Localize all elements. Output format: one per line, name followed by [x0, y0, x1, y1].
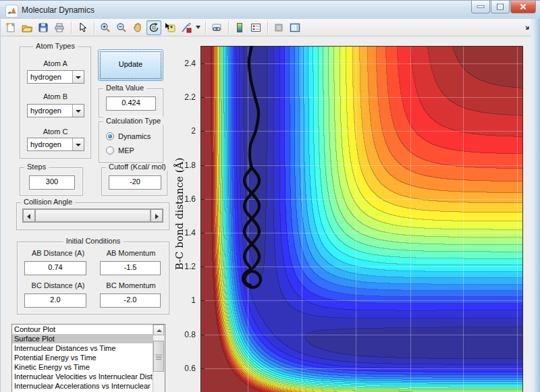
- delta-value-field[interactable]: 0.424: [106, 96, 156, 111]
- chevron-down-icon[interactable]: [72, 71, 84, 83]
- cutoff-panel: Cutoff (Kcal/ mol) -20: [101, 167, 167, 196]
- plot-type-items: Contour PlotSurface PlotInternuclear Dis…: [12, 325, 165, 391]
- molecular-dynamics-window: Molecular Dynamics: [0, 0, 540, 392]
- list-item[interactable]: Internuclear Velocities vs Internuclear …: [12, 372, 165, 381]
- show-plot-tools-icon[interactable]: [288, 20, 302, 35]
- y-tick-label: 2: [166, 126, 196, 136]
- y-tick-label: 1: [166, 296, 196, 305]
- new-figure-icon[interactable]: [3, 20, 18, 35]
- list-item[interactable]: Potential Energy vs Time: [12, 353, 165, 362]
- atom-c-dropdown[interactable]: hydrogen: [27, 138, 84, 151]
- atom-c-value: hydrogen: [30, 140, 61, 148]
- cutoff-field[interactable]: -20: [109, 175, 161, 190]
- atom-b-value: hydrogen: [30, 107, 61, 115]
- plot-type-listbox[interactable]: Contour PlotSurface PlotInternuclear Dis…: [11, 324, 165, 392]
- y-tick-label: 0.8: [166, 330, 196, 339]
- list-item[interactable]: Internuclear Accelerations vs Internucle…: [12, 381, 165, 391]
- zoom-out-icon[interactable]: [114, 20, 129, 35]
- toolbar-separator: [205, 22, 207, 34]
- window-title: Molecular Dynamics: [22, 5, 94, 15]
- brush-icon[interactable]: [179, 20, 194, 35]
- link-plot-icon[interactable]: [209, 20, 224, 35]
- atom-a-value: hydrogen: [30, 73, 61, 81]
- delta-value-panel: Delta Value 0.424: [99, 88, 163, 117]
- titlebar[interactable]: Molecular Dynamics: [0, 0, 540, 19]
- zoom-in-icon[interactable]: [98, 20, 113, 35]
- collision-angle-slider[interactable]: [22, 208, 163, 223]
- print-figure-icon[interactable]: [52, 20, 67, 35]
- pan-hand-icon[interactable]: [130, 20, 145, 35]
- save-figure-icon[interactable]: [36, 20, 51, 35]
- scroll-up-icon[interactable]: [153, 325, 164, 335]
- dynamics-radio-label: Dynamics: [118, 132, 151, 140]
- ab-distance-field[interactable]: 0.74: [24, 261, 86, 275]
- slider-left-arrow[interactable]: [23, 209, 35, 222]
- cutoff-title: Cutoff (Kcal/ mol): [106, 163, 169, 171]
- steps-panel: Steps 300: [20, 167, 83, 196]
- list-item[interactable]: Kinetic Energy vs Time: [12, 362, 165, 372]
- collision-angle-panel: Collision Angle: [16, 202, 169, 230]
- dynamics-radio[interactable]: Dynamics: [106, 132, 151, 141]
- y-tick-label: 2.4: [166, 59, 196, 68]
- close-button[interactable]: [510, 1, 536, 13]
- insert-legend-icon[interactable]: [248, 20, 263, 35]
- insert-colorbar-icon[interactable]: [232, 20, 247, 35]
- radio-selected-icon[interactable]: [106, 132, 114, 140]
- brush-dropdown-icon[interactable]: [195, 21, 201, 34]
- contour-plot[interactable]: [200, 46, 523, 392]
- scrollbar-thumb[interactable]: [153, 341, 164, 372]
- update-button[interactable]: Update: [98, 49, 163, 81]
- maximize-button[interactable]: [491, 1, 510, 13]
- open-file-icon[interactable]: [20, 20, 34, 35]
- window-border-right[interactable]: [531, 19, 540, 392]
- slider-right-arrow[interactable]: [151, 209, 163, 222]
- data-cursor-icon[interactable]: [163, 20, 178, 35]
- pointer-icon[interactable]: [75, 20, 90, 35]
- rotate-3d-icon[interactable]: [146, 20, 161, 35]
- ab-momentum-label: AB Momentum: [100, 249, 162, 257]
- bc-distance-field[interactable]: 2.0: [24, 293, 86, 308]
- chevron-down-icon[interactable]: [72, 105, 84, 117]
- atom-b-label: Atom B: [20, 92, 90, 101]
- list-item[interactable]: Contour Plot: [12, 325, 165, 334]
- toolbar-separator: [71, 22, 72, 34]
- bc-momentum-field[interactable]: -2.0: [100, 293, 161, 308]
- toolbar-separator: [94, 22, 95, 34]
- atom-c-label: Atom C: [20, 128, 90, 136]
- atom-a-dropdown[interactable]: hydrogen: [27, 70, 84, 84]
- atom-a-label: Atom A: [20, 59, 90, 67]
- figure-canvas-area: Atom Types Atom A hydrogen Atom B hydrog…: [0, 36, 540, 392]
- calculation-type-title: Calculation Type: [103, 117, 163, 125]
- y-tick-label: 2.2: [166, 92, 196, 102]
- chevron-down-icon[interactable]: [72, 138, 84, 150]
- window-border-left: [0, 19, 1, 392]
- slider-thumb[interactable]: [35, 209, 151, 222]
- mep-radio[interactable]: MEP: [106, 146, 134, 155]
- mep-radio-label: MEP: [118, 146, 134, 155]
- listbox-scrollbar[interactable]: [153, 325, 165, 392]
- hide-plot-tools-icon[interactable]: [271, 20, 286, 35]
- matlab-icon: [5, 5, 18, 18]
- bc-distance-label: BC Distance (A): [24, 281, 92, 289]
- toolbar-separator: [267, 22, 269, 34]
- ab-distance-label: AB Distance (A): [24, 249, 92, 257]
- y-tick-label: 0.6: [166, 364, 196, 373]
- steps-title: Steps: [24, 163, 49, 171]
- toolbar-separator: [228, 22, 230, 34]
- toolbar-overflow-icon[interactable]: [525, 24, 531, 32]
- y-axis-label: B-C bond distance (Å): [173, 140, 186, 288]
- bc-momentum-label: BC Momentum: [100, 281, 162, 289]
- collision-angle-title: Collision Angle: [21, 198, 75, 206]
- ab-momentum-field[interactable]: -1.5: [100, 261, 161, 275]
- list-item[interactable]: Internuclear Distances vs Time: [12, 343, 165, 353]
- initial-conditions-panel: Initial Conditions AB Distance (A) AB Mo…: [17, 242, 169, 314]
- minimize-button[interactable]: [471, 1, 490, 13]
- calculation-type-panel: Calculation Type Dynamics MEP: [99, 121, 163, 163]
- radio-unselected-icon[interactable]: [106, 146, 114, 155]
- atom-types-title: Atom Types: [33, 42, 78, 50]
- steps-field[interactable]: 300: [29, 175, 75, 190]
- list-item[interactable]: Surface Plot: [12, 334, 165, 343]
- atom-types-panel: Atom Types Atom A hydrogen Atom B hydrog…: [20, 47, 91, 159]
- figure-toolbar: [1, 19, 539, 36]
- atom-b-dropdown[interactable]: hydrogen: [27, 104, 84, 117]
